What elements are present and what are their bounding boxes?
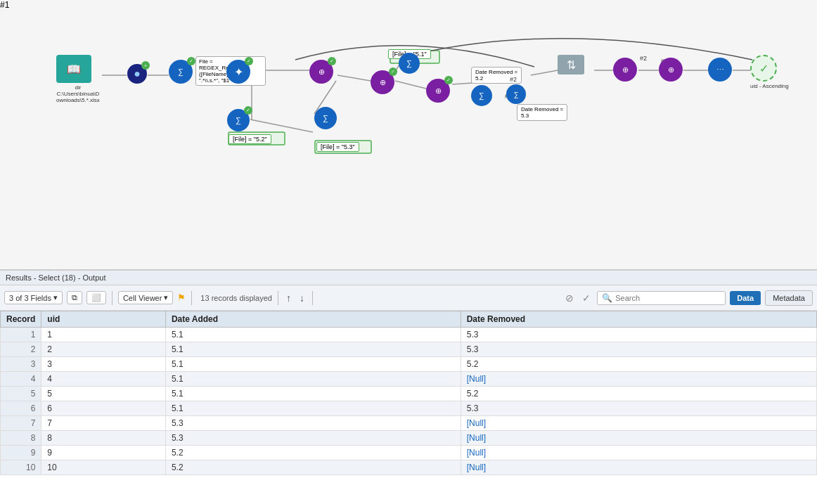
separator4	[312, 291, 313, 305]
check-icon: ✓	[582, 292, 591, 304]
copy-button[interactable]: ⧉	[67, 291, 82, 304]
input-node[interactable]: 📖 dirC:\Users\binua\Downloads\5.*.xlsx	[56, 55, 100, 103]
node-n12[interactable]: ∑	[506, 84, 526, 104]
cell-date-added: 5.2	[165, 446, 461, 460]
svg-line-5	[250, 119, 313, 132]
scroll-up-button[interactable]: ↑	[284, 292, 293, 304]
apply-filter-button[interactable]: ✓	[580, 292, 593, 304]
label-num2: #2	[510, 76, 517, 83]
cell-viewer-dropdown[interactable]: Cell Viewer ▾	[118, 291, 173, 304]
separator1	[112, 291, 112, 305]
export-button[interactable]: ⬜	[86, 291, 106, 304]
node-union1[interactable]: ⊕ ✓	[309, 60, 333, 84]
cell-date-added: 5.1	[165, 342, 461, 357]
cell-uid: 8	[41, 431, 166, 446]
scroll-down-button[interactable]: ↓	[297, 292, 307, 304]
col-record: Record	[1, 311, 41, 328]
node-date-removed-53[interactable]: Date Removed =5.3	[517, 104, 567, 121]
node-union3[interactable]: ⊕ ✓	[426, 79, 450, 103]
node-formula-mid[interactable]: ∑	[314, 107, 337, 129]
svg-line-6	[337, 75, 371, 81]
cell-record: 7	[1, 416, 41, 431]
results-panel: Results - Select (18) - Output 3 of 3 Fi…	[0, 271, 817, 504]
separator2	[191, 291, 192, 305]
cell-record: 5	[1, 387, 41, 401]
cancel-filter-button[interactable]: ⊘	[563, 292, 576, 304]
data-button[interactable]: Data	[730, 291, 761, 305]
cell-date-added: 5.1	[165, 387, 461, 401]
cell-record: 3	[1, 357, 41, 372]
table-row: 885.3[Null]	[1, 431, 817, 446]
canvas-connections: #1 #2 #2	[0, 0, 817, 269]
cell-date-removed: 5.2	[461, 357, 816, 372]
filter-icon: ⚑	[177, 292, 186, 303]
table-row: 555.15.2	[1, 387, 817, 401]
cell-date-added: 5.3	[165, 416, 461, 431]
node-union2[interactable]: ⊕ ✓	[371, 70, 394, 94]
cell-date-removed: 5.3	[461, 401, 816, 416]
cell-uid: 1	[41, 328, 166, 342]
cell-date-removed: 5.3	[461, 342, 816, 357]
cell-date-removed: [Null]	[461, 431, 816, 446]
cell-record: 10	[1, 460, 41, 475]
cell-viewer-arrow-icon: ▾	[164, 293, 168, 302]
node-formula-top[interactable]: ∑	[399, 53, 420, 74]
search-input[interactable]	[615, 294, 721, 302]
cell-record: 6	[1, 401, 41, 416]
results-header: Results - Select (18) - Output	[0, 271, 817, 285]
col-uid: uid	[41, 311, 166, 328]
data-table: Record uid Date Added Date Removed 115.1…	[0, 311, 817, 504]
search-container: ⊘ ✓ 🔍 Data Metadata	[563, 290, 813, 306]
cell-uid: 10	[41, 460, 166, 475]
table-row: 115.15.3	[1, 328, 817, 342]
cell-date-added: 5.1	[165, 401, 461, 416]
cell-record: 4	[1, 372, 41, 387]
svg-line-8	[395, 81, 426, 89]
workflow-canvas: #1 #2 #2 📖 dirC:\Users\binua\Downloads\5…	[0, 0, 817, 271]
node-check[interactable]: ✓ uid - Ascending	[750, 55, 789, 89]
table-row: 775.3[Null]	[1, 416, 817, 431]
table-row: 335.15.2	[1, 357, 817, 372]
node-formula1[interactable]: ∑ ✓ File =REGEX_Replace([FileName],".*\\…	[169, 60, 193, 84]
cell-uid: 3	[41, 357, 166, 372]
node-wait[interactable]: ⋯	[708, 58, 732, 82]
table-header-row: Record uid Date Added Date Removed	[1, 311, 817, 328]
cell-uid: 6	[41, 401, 166, 416]
results-title: Results - Select (18) - Output	[6, 273, 105, 282]
node-join[interactable]: ⊕ ‌	[613, 58, 637, 82]
cell-uid: 9	[41, 446, 166, 460]
table-row: 225.15.3	[1, 342, 817, 357]
cell-viewer-label: Cell Viewer	[123, 294, 162, 302]
tooltip-file52: [File] = "5.2"	[229, 134, 271, 144]
cell-date-removed: [Null]	[461, 446, 816, 460]
node-star[interactable]: ✦ ✓	[226, 60, 250, 84]
export-icon: ⬜	[91, 293, 101, 302]
node-n16[interactable]: ⊕	[659, 58, 683, 82]
cell-date-removed: [Null]	[461, 416, 816, 431]
cancel-icon: ⊘	[565, 292, 574, 304]
cell-date-added: 5.1	[165, 372, 461, 387]
search-input-wrap: 🔍	[597, 291, 726, 305]
node-sort[interactable]: ⇅	[558, 55, 584, 75]
records-info: 13 records displayed	[200, 294, 272, 302]
table-row: 10105.2[Null]	[1, 460, 817, 475]
col-date-added: Date Added	[165, 311, 461, 328]
label-num2-right: #2	[640, 55, 647, 62]
cell-date-added: 5.3	[165, 431, 461, 446]
metadata-label: Metadata	[773, 294, 805, 302]
fields-dropdown[interactable]: 3 of 3 Fields ▾	[4, 291, 63, 304]
cell-date-added: 5.1	[165, 328, 461, 342]
svg-line-10	[452, 83, 472, 84]
cell-uid: 5	[41, 387, 166, 401]
cell-uid: 2	[41, 342, 166, 357]
node-filter52[interactable]: ∑ ✓	[227, 109, 250, 131]
table-row: 445.1[Null]	[1, 372, 817, 387]
results-table: Record uid Date Added Date Removed 115.1…	[0, 311, 817, 475]
table-row: 665.15.3	[1, 401, 817, 416]
cell-date-added: 5.2	[165, 460, 461, 475]
data-label: Data	[737, 294, 754, 302]
cell-date-removed: [Null]	[461, 372, 816, 387]
node-n1[interactable]: ● +	[127, 64, 147, 84]
cell-record: 8	[1, 431, 41, 446]
metadata-button[interactable]: Metadata	[765, 290, 813, 306]
